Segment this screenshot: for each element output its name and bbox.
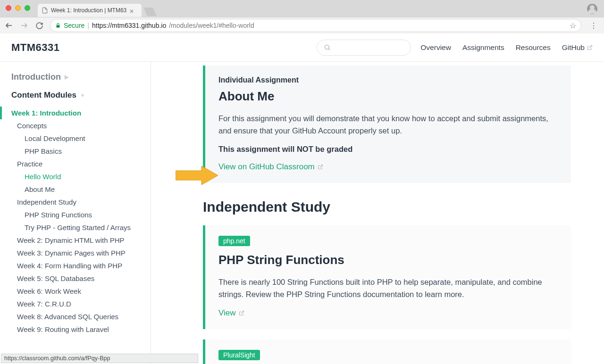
chevron-down-icon: ▼ — [80, 93, 85, 98]
sidebar-item[interactable]: About Me — [11, 183, 151, 196]
sidebar-item[interactable]: Local Development — [11, 132, 151, 145]
sidebar-item-active[interactable]: Hello World — [11, 170, 151, 183]
svg-point-3 — [325, 45, 329, 50]
url-path: /modules/week1/#hello-world — [169, 22, 254, 29]
tab-title: Week 1: Introduction | MTM63 — [51, 7, 126, 14]
back-button[interactable] — [5, 21, 13, 30]
svg-line-5 — [589, 45, 592, 48]
browser-menu-icon[interactable]: ⋮ — [588, 21, 599, 30]
new-tab-button[interactable] — [143, 8, 156, 16]
sidebar-week[interactable]: Week 7: C.R.U.D — [11, 298, 151, 310]
bookmark-star-icon[interactable]: ☆ — [570, 21, 576, 30]
nav-assignments[interactable]: Assignments — [462, 43, 504, 52]
sidebar-group-concepts[interactable]: Concepts — [11, 119, 151, 132]
study-card: PluralSight — [203, 339, 571, 364]
svg-line-4 — [329, 49, 330, 50]
svg-line-7 — [241, 311, 244, 314]
browser-tab[interactable]: Week 1: Introduction | MTM63 ✕ — [38, 4, 142, 17]
assignment-meta: Individual Assignment — [218, 76, 558, 84]
nav-overview[interactable]: Overview — [420, 43, 451, 52]
nav-resources[interactable]: Resources — [516, 43, 551, 52]
chevron-right-icon: ▶ — [65, 74, 68, 80]
study-title: PHP String Functions — [218, 253, 558, 267]
external-link-icon — [587, 45, 593, 50]
sidebar-group-practice[interactable]: Practice — [11, 157, 151, 170]
assignment-note: This assignment will NOT be graded — [218, 145, 558, 154]
search-input[interactable] — [317, 40, 411, 56]
search-icon — [324, 44, 331, 51]
sidebar-item[interactable]: PHP String Functions — [11, 208, 151, 221]
sidebar-week[interactable]: Week 9: Routing with Laravel — [11, 323, 151, 336]
annotation-arrow-icon — [176, 166, 218, 185]
profile-icon[interactable] — [587, 4, 597, 14]
study-card: php.net PHP String Functions There is ne… — [203, 225, 571, 329]
main-content: Individual Assignment About Me For this … — [151, 62, 604, 364]
forward-button[interactable] — [20, 21, 28, 30]
github-classroom-link[interactable]: View on GitHub Classroom — [218, 162, 323, 172]
sidebar-active-week[interactable]: Week 1: Introduction — [11, 107, 151, 119]
sidebar-section-title[interactable]: Content Modules ▼ — [11, 91, 151, 100]
site-title[interactable]: MTM6331 — [11, 41, 60, 54]
sidebar-week[interactable]: Week 6: Work Week — [11, 285, 151, 298]
url-host: https://mtm6331.github.io — [92, 22, 166, 29]
assignment-body: For this assignment you will demonstrate… — [218, 112, 558, 137]
maximize-window-icon[interactable] — [25, 5, 30, 11]
site-header: MTM6331 Overview Assignments Resources G… — [0, 33, 604, 62]
secure-label: Secure — [64, 22, 84, 29]
address-bar[interactable]: Secure | https://mtm6331.github.io/modul… — [50, 19, 581, 32]
study-view-link[interactable]: View — [218, 308, 244, 318]
study-body: There is nearly 100 String Functions bui… — [218, 276, 558, 301]
sidebar-week[interactable]: Week 5: SQL Databases — [11, 272, 151, 285]
sidebar: Introduction ▶ Content Modules ▼ Week 1:… — [0, 62, 151, 364]
source-badge: PluralSight — [218, 350, 260, 360]
svg-marker-8 — [176, 166, 218, 185]
assignment-title: About Me — [218, 89, 558, 104]
browser-chrome: Week 1: Introduction | MTM63 ✕ Secure | … — [0, 0, 604, 33]
external-link-icon — [239, 310, 244, 316]
nav-github[interactable]: GitHub — [562, 43, 593, 52]
svg-line-6 — [320, 165, 323, 167]
svg-rect-2 — [57, 25, 60, 28]
assignment-card: Individual Assignment About Me For this … — [203, 66, 571, 183]
close-window-icon[interactable] — [6, 5, 11, 11]
sidebar-week[interactable]: Week 4: Form Handling with PHP — [11, 259, 151, 272]
sidebar-week[interactable]: Week 2: Dynamic HTML with PHP — [11, 234, 151, 247]
lock-icon — [55, 23, 61, 28]
section-heading: Independent Study — [203, 199, 571, 215]
window-controls — [6, 5, 30, 11]
sidebar-item[interactable]: PHP Basics — [11, 145, 151, 157]
sidebar-item[interactable]: Try PHP - Getting Started / Arrays — [11, 221, 151, 234]
breadcrumb[interactable]: Introduction ▶ — [11, 72, 151, 82]
minimize-window-icon[interactable] — [15, 5, 21, 11]
source-badge: php.net — [218, 236, 250, 246]
sidebar-week[interactable]: Week 8: Advanced SQL Queries — [11, 310, 151, 323]
reload-button[interactable] — [35, 21, 43, 30]
status-bar: https://classroom.github.com/a/fPqy-Bpp — [1, 354, 198, 363]
sidebar-group-independent[interactable]: Independent Study — [11, 196, 151, 208]
sidebar-week[interactable]: Week 3: Dynamic Pages with PHP — [11, 247, 151, 259]
external-link-icon — [318, 164, 323, 170]
close-tab-icon[interactable]: ✕ — [129, 8, 134, 13]
page-icon — [42, 7, 48, 14]
